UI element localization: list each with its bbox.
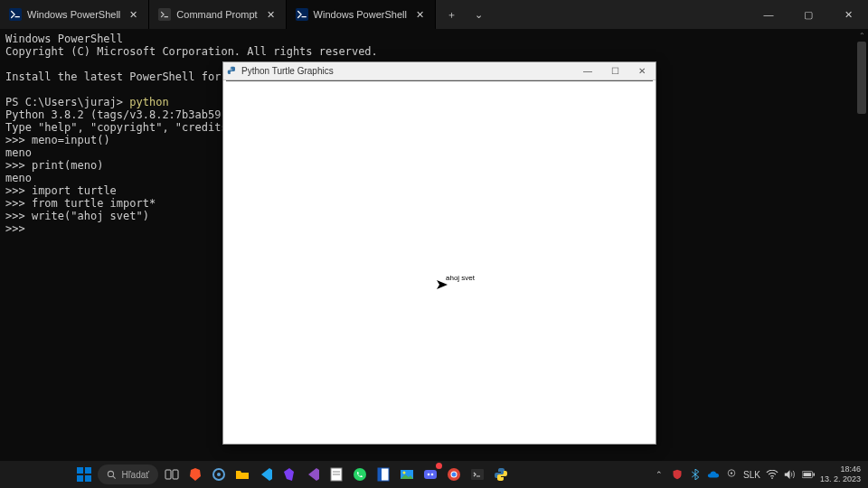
- svg-rect-5: [77, 467, 83, 474]
- svg-point-28: [452, 473, 457, 477]
- svg-rect-2: [296, 8, 308, 21]
- turtle-window: Python Turtle Graphics — ☐ ✕ ahoj svet: [222, 61, 656, 445]
- tray-security-icon[interactable]: [671, 468, 684, 481]
- tray-location-icon[interactable]: [725, 468, 738, 481]
- tray-bluetooth-icon[interactable]: [689, 468, 702, 481]
- system-tray: ⌃ SLK 18:46 13. 2. 2023: [653, 465, 863, 484]
- terminal-line: >>> print(meno): [5, 159, 103, 172]
- taskbar-app-whatsapp[interactable]: [350, 465, 370, 484]
- close-button[interactable]: ✕: [828, 0, 868, 29]
- terminal-line: meno: [5, 146, 32, 159]
- tray-onedrive-icon[interactable]: [707, 468, 720, 481]
- tab-close-button[interactable]: ✕: [126, 7, 141, 23]
- new-tab-button[interactable]: ＋: [439, 2, 465, 27]
- cmd-icon: [158, 8, 171, 21]
- tab-close-button[interactable]: ✕: [412, 7, 428, 23]
- tray-overflow-button[interactable]: ⌃: [653, 468, 665, 481]
- svg-rect-23: [424, 470, 437, 479]
- scrollbar-thumb[interactable]: [857, 42, 866, 114]
- taskbar-app-visualstudio[interactable]: [303, 465, 323, 484]
- tab-label: Command Prompt: [176, 9, 257, 20]
- svg-point-25: [431, 474, 434, 476]
- turtle-titlebar[interactable]: Python Turtle Graphics — ☐ ✕: [223, 62, 656, 80]
- tab-cmd[interactable]: Command Prompt ✕: [149, 0, 286, 29]
- tab-powershell-2[interactable]: Windows PowerShell ✕: [287, 0, 436, 29]
- svg-rect-7: [77, 475, 83, 482]
- svg-point-14: [217, 473, 221, 476]
- tray-language[interactable]: SLK: [743, 470, 760, 480]
- terminal-line: >>>: [5, 222, 25, 235]
- svg-line-10: [113, 475, 116, 478]
- taskbar-app-explorer[interactable]: [232, 465, 252, 484]
- taskbar-app-vscode[interactable]: [256, 465, 276, 484]
- taskbar-app-obsidian[interactable]: [279, 465, 299, 484]
- search-label: Hľadať: [121, 470, 149, 480]
- maximize-button[interactable]: ▢: [788, 0, 828, 29]
- powershell-icon: [296, 8, 308, 21]
- turtle-window-controls: — ☐ ✕: [574, 62, 656, 80]
- turtle-canvas: ahoj svet: [226, 80, 653, 441]
- taskbar-app-discord[interactable]: [420, 465, 440, 484]
- tabbar-actions: ＋ ⌄: [436, 0, 492, 29]
- taskbar-search[interactable]: Hľadať: [98, 465, 158, 484]
- svg-point-18: [354, 468, 366, 481]
- tray-battery-icon[interactable]: [802, 468, 815, 481]
- svg-rect-6: [85, 467, 91, 474]
- svg-rect-0: [9, 8, 22, 21]
- terminal-line: >>> import turtle: [5, 184, 117, 197]
- svg-rect-12: [173, 470, 178, 479]
- turtle-minimize-button[interactable]: —: [574, 62, 601, 80]
- svg-rect-34: [803, 473, 811, 476]
- taskbar-app-word[interactable]: [373, 465, 393, 484]
- python-icon: [227, 66, 238, 77]
- svg-rect-1: [158, 8, 171, 21]
- titlebar: Windows PowerShell ✕ Command Prompt ✕ Wi…: [0, 0, 868, 29]
- tab-label: Windows PowerShell: [27, 9, 120, 20]
- svg-point-9: [108, 471, 114, 476]
- svg-point-32: [771, 477, 773, 479]
- svg-rect-29: [471, 469, 484, 480]
- tab-label: Windows PowerShell: [314, 9, 407, 20]
- taskbar-app-terminal[interactable]: [467, 465, 487, 484]
- tab-dropdown-button[interactable]: ⌄: [467, 2, 492, 27]
- svg-rect-11: [165, 470, 171, 479]
- terminal-line: >>> meno=input(): [5, 134, 110, 146]
- terminal-line: meno: [5, 172, 32, 184]
- scrollbar-vertical[interactable]: ⌃ ⌄: [855, 29, 868, 488]
- svg-point-24: [428, 474, 430, 476]
- tab-powershell-1[interactable]: Windows PowerShell ✕: [0, 0, 149, 29]
- taskbar-app-photos[interactable]: [397, 465, 417, 484]
- taskbar-app-python[interactable]: [491, 465, 511, 484]
- start-button[interactable]: [74, 465, 94, 484]
- tray-clock[interactable]: 18:46 13. 2. 2023: [820, 465, 863, 484]
- minimize-button[interactable]: —: [749, 0, 788, 29]
- powershell-icon: [9, 8, 22, 21]
- task-view-button[interactable]: [162, 465, 182, 484]
- svg-point-3: [231, 67, 231, 68]
- turtle-close-button[interactable]: ✕: [628, 62, 656, 80]
- svg-rect-20: [378, 468, 382, 481]
- svg-rect-35: [813, 473, 815, 475]
- turtle-drawn-text: ahoj svet: [446, 274, 475, 282]
- taskbar-app-brave[interactable]: [185, 465, 205, 484]
- scroll-up-button[interactable]: ⌃: [855, 29, 868, 42]
- taskbar-center: Hľadať: [74, 465, 511, 484]
- turtle-maximize-button[interactable]: ☐: [601, 62, 628, 80]
- taskbar-app-notepad[interactable]: [326, 465, 346, 484]
- taskbar-app-settings[interactable]: [209, 465, 229, 484]
- svg-point-31: [731, 472, 732, 474]
- terminal-line: >>> from turtle import*: [5, 197, 156, 210]
- taskbar-app-chrome[interactable]: [444, 465, 464, 484]
- window-controls: — ▢ ✕: [749, 0, 868, 29]
- svg-rect-8: [85, 475, 91, 482]
- tray-wifi-icon[interactable]: [766, 468, 778, 481]
- tab-close-button[interactable]: ✕: [263, 7, 278, 23]
- search-icon: [107, 470, 117, 480]
- terminal-line: >>> write("ahoj svet"): [5, 210, 149, 222]
- turtle-title: Python Turtle Graphics: [241, 66, 334, 76]
- tray-volume-icon[interactable]: [784, 468, 797, 481]
- tray-date: 13. 2. 2023: [820, 474, 861, 484]
- terminal-line: Copyright (C) Microsoft Corporation. All…: [5, 45, 378, 58]
- tray-time: 18:46: [840, 465, 861, 474]
- svg-point-22: [403, 472, 406, 474]
